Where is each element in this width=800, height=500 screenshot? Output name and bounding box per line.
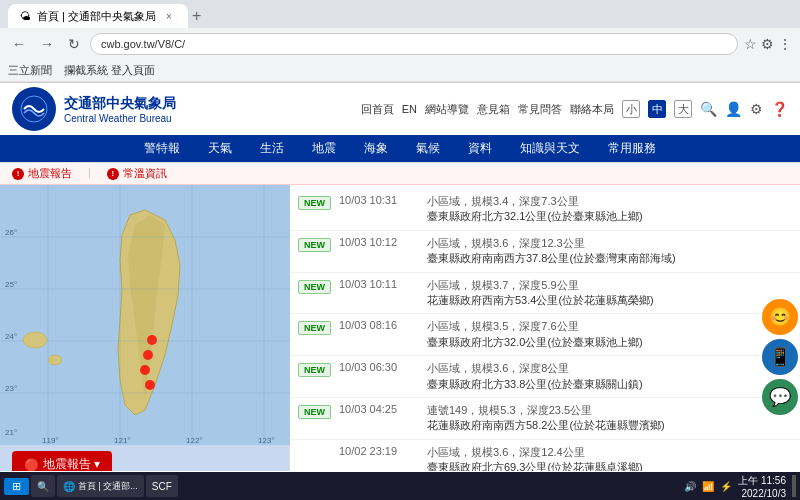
svg-text:119°: 119°	[42, 436, 59, 445]
svg-point-23	[23, 332, 47, 348]
search-taskbar-icon: 🔍	[37, 481, 49, 492]
nav-contact[interactable]: 聯絡本局	[570, 102, 614, 117]
menu-icon[interactable]: ⋮	[778, 36, 792, 52]
taskbar-search[interactable]: 🔍	[31, 475, 55, 497]
search-icon[interactable]: 🔍	[700, 101, 717, 117]
address-bar: ← → ↻ cwb.gov.tw/V8/C/ ☆ ⚙ ⋮	[0, 28, 800, 60]
nav-feedback[interactable]: 意見箱	[477, 102, 510, 117]
svg-text:121°: 121°	[114, 436, 131, 445]
nav-earthquake[interactable]: 地震	[298, 135, 350, 162]
eq-desc: 連號149，規模5.3，深度23.5公里 花蓮縣政府南南西方58.2公里(位於花…	[427, 403, 665, 434]
active-tab[interactable]: 🌤 首頁 | 交通部中央氣象局 ×	[8, 4, 188, 28]
eq-desc: 小區域，規模3.4，深度7.3公里 臺東縣政府北方32.1公里(位於臺東縣池上鄉…	[427, 194, 643, 225]
forward-btn[interactable]: →	[36, 34, 58, 54]
list-item[interactable]: NEW 10/03 10:31 小區域，規模3.4，深度7.3公里 臺東縣政府北…	[290, 189, 800, 231]
new-badge: NEW	[298, 280, 331, 294]
list-item[interactable]: NEW 10/03 06:30 小區域，規模3.6，深度8公里 臺東縣政府北方3…	[290, 356, 800, 398]
float-btn-1[interactable]: 😊	[762, 299, 798, 335]
list-item[interactable]: NEW 10/02 23:19 小區域，規模3.6，深度12.4公里 臺東縣政府…	[290, 440, 800, 471]
settings-icon[interactable]: ⚙	[750, 101, 763, 117]
eq-time: 10/03 10:31	[339, 194, 419, 206]
reload-btn[interactable]: ↻	[64, 34, 84, 54]
show-desktop-btn[interactable]	[792, 475, 796, 497]
temp-alert-dot: !	[107, 168, 119, 180]
taskbar-clock: 上午 11:56 2022/10/3	[738, 474, 786, 499]
new-badge: NEW	[298, 238, 331, 252]
url-input[interactable]: cwb.gov.tw/V8/C/	[90, 33, 738, 55]
bookmark-login[interactable]: 攔截系統 登入頁面	[64, 63, 155, 78]
taiwan-map[interactable]: 26° 25° 24° 23° 21° 119° 121° 122° 123°	[0, 185, 290, 445]
url-text: cwb.gov.tw/V8/C/	[101, 38, 185, 50]
earthquake-alert[interactable]: ! 地震報告	[12, 166, 72, 181]
question-icon[interactable]: ❓	[771, 101, 788, 117]
nav-ocean[interactable]: 海象	[350, 135, 402, 162]
logo-text: 交通部中央氣象局 Central Weather Bureau	[64, 95, 176, 124]
person-icon[interactable]: 👤	[725, 101, 742, 117]
nav-life[interactable]: 生活	[246, 135, 298, 162]
back-btn[interactable]: ←	[8, 34, 30, 54]
list-item[interactable]: NEW 10/03 10:11 小區域，規模3.7，深度5.9公里 花蓮縣政府西…	[290, 273, 800, 315]
toolbar-right: ☆ ⚙ ⋮	[744, 36, 792, 52]
new-badge: NEW	[298, 363, 331, 377]
cwb-logo-svg	[20, 95, 48, 123]
eq-line1: 小區域，規模3.6，深度12.3公里	[427, 236, 676, 251]
size-med-btn[interactable]: 中	[648, 100, 666, 118]
nav-en[interactable]: EN	[402, 103, 417, 115]
list-item[interactable]: NEW 10/03 08:16 小區域，規模3.5，深度7.6公里 臺東縣政府北…	[290, 314, 800, 356]
eq-line2: 臺東縣政府北方32.1公里(位於臺東縣池上鄉)	[427, 209, 643, 224]
tab-close-btn[interactable]: ×	[166, 11, 172, 22]
start-button[interactable]: ⊞	[4, 478, 29, 495]
svg-point-24	[48, 355, 62, 365]
nav-faq[interactable]: 常見問答	[518, 102, 562, 117]
site-header: 交通部中央氣象局 Central Weather Bureau 回首頁 EN 網…	[0, 83, 800, 163]
eq-line1: 小區域，規模3.6，深度8公里	[427, 361, 643, 376]
main-content: 26° 25° 24° 23° 21° 119° 121° 122° 123° …	[0, 185, 800, 471]
map-area: 26° 25° 24° 23° 21° 119° 121° 122° 123° …	[0, 185, 290, 471]
extensions-icon[interactable]: ⚙	[761, 36, 774, 52]
tab-favicon: 🌤	[20, 10, 31, 22]
eq-alert-dot: !	[12, 168, 24, 180]
eq-time: 10/03 08:16	[339, 319, 419, 331]
float-btn-3[interactable]: 💬	[762, 379, 798, 415]
eq-line1: 小區域，規模3.4，深度7.3公里	[427, 194, 643, 209]
eq-line2: 花蓮縣政府南南西方58.2公里(位於花蓮縣豐濱鄉)	[427, 418, 665, 433]
size-small-btn[interactable]: 小	[622, 100, 640, 118]
taskbar-scf[interactable]: SCF	[146, 475, 178, 497]
nav-home[interactable]: 回首頁	[361, 102, 394, 117]
temp-alert[interactable]: ! 常溫資訊	[107, 166, 167, 181]
svg-text:24°: 24°	[5, 332, 17, 341]
list-item[interactable]: NEW 10/03 04:25 連號149，規模5.3，深度23.5公里 花蓮縣…	[290, 398, 800, 440]
logo-en-text: Central Weather Bureau	[64, 113, 176, 124]
size-large-btn[interactable]: 大	[674, 100, 692, 118]
tab-bar: 🌤 首頁 | 交通部中央氣象局 × +	[0, 0, 800, 28]
eq-line1: 小區域，規模3.5，深度7.6公里	[427, 319, 643, 334]
logo-icon	[12, 87, 56, 131]
nav-knowledge[interactable]: 知識與天文	[506, 135, 594, 162]
new-badge: NEW	[298, 405, 331, 419]
svg-text:123°: 123°	[258, 436, 275, 445]
header-top: 交通部中央氣象局 Central Weather Bureau 回首頁 EN 網…	[0, 83, 800, 135]
page-content: 交通部中央氣象局 Central Weather Bureau 回首頁 EN 網…	[0, 83, 800, 471]
new-tab-btn[interactable]: +	[192, 8, 201, 24]
alert-bar: ! 地震報告 | ! 常溫資訊	[0, 163, 800, 185]
nav-services[interactable]: 常用服務	[594, 135, 670, 162]
svg-text:25°: 25°	[5, 280, 17, 289]
new-badge: NEW	[298, 196, 331, 210]
bookmark-sanli[interactable]: 三立新聞	[8, 63, 52, 78]
nav-weather[interactable]: 天氣	[194, 135, 246, 162]
list-item[interactable]: NEW 10/03 10:12 小區域，規模3.6，深度12.3公里 臺東縣政府…	[290, 231, 800, 273]
nav-data[interactable]: 資料	[454, 135, 506, 162]
eq-desc: 小區域，規模3.5，深度7.6公里 臺東縣政府北方32.0公里(位於臺東縣池上鄉…	[427, 319, 643, 350]
tab-title: 首頁 | 交通部中央氣象局	[37, 9, 156, 24]
nav-alerts[interactable]: 警特報	[130, 135, 194, 162]
float-btn-2[interactable]: 📱	[762, 339, 798, 375]
earthquake-report-btn[interactable]: 🔴 地震報告 ▾	[12, 451, 112, 471]
earthquake-list: NEW 10/03 10:31 小區域，規模3.4，深度7.3公里 臺東縣政府北…	[290, 185, 800, 471]
taskbar-browser[interactable]: 🌐 首頁 | 交通部...	[57, 475, 144, 497]
eq-btn-label: 地震報告 ▾	[43, 456, 100, 471]
eq-time: 10/03 10:12	[339, 236, 419, 248]
alert-separator: |	[88, 166, 91, 181]
bookmark-star-icon[interactable]: ☆	[744, 36, 757, 52]
nav-sitemap[interactable]: 網站導覽	[425, 102, 469, 117]
nav-climate[interactable]: 氣候	[402, 135, 454, 162]
